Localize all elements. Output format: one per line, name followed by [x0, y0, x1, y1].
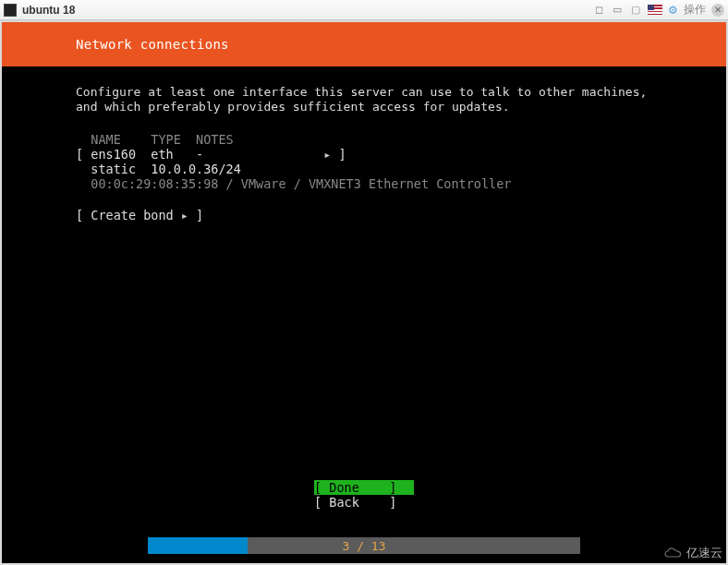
- window-title: ubuntu 18: [22, 4, 75, 17]
- interface-address: static 10.0.0.36/24: [76, 162, 652, 176]
- operations-label[interactable]: 操作: [684, 2, 706, 18]
- interface-hardware: 00:0c:29:08:35:98 / VMware / VMXNET3 Eth…: [76, 176, 652, 191]
- screen-icon[interactable]: ▭: [611, 5, 624, 16]
- interface-columns: NAME TYPE NOTES: [76, 132, 652, 147]
- chevron-right-icon: ▸: [181, 208, 188, 222]
- watermark: 亿速云: [662, 545, 722, 561]
- progress-bar: 3 / 13: [148, 537, 580, 554]
- cloud-icon: [662, 547, 683, 559]
- header-title: Network connections: [76, 37, 229, 52]
- window-icon[interactable]: ▢: [629, 5, 642, 16]
- back-button[interactable]: [ Back ]: [314, 495, 414, 510]
- vm-titlebar: ubuntu 18 ◻ ▭ ▢ ⚙ 操作 ✕: [0, 0, 728, 20]
- interface-row[interactable]: [ ens160 eth - ▸ ]: [76, 147, 652, 162]
- flag-us-icon[interactable]: [648, 5, 662, 15]
- close-icon[interactable]: ✕: [711, 4, 724, 17]
- progress-text: 3 / 13: [343, 539, 386, 553]
- chevron-right-icon: ▸: [323, 147, 331, 162]
- installer-screen: Network connections Configure at least o…: [2, 22, 726, 563]
- create-bond-button[interactable]: [ Create bond ▸ ]: [76, 208, 652, 222]
- titlebar-controls: ◻ ▭ ▢ ⚙ 操作 ✕: [592, 2, 724, 18]
- done-button[interactable]: [ Done ]: [314, 480, 414, 495]
- description-text: Configure at least one interface this se…: [76, 85, 652, 115]
- installer-header: Network connections: [2, 22, 726, 66]
- installer-body: Configure at least one interface this se…: [2, 66, 726, 222]
- action-buttons: [ Done ] [ Back ]: [2, 480, 726, 510]
- display-icon[interactable]: ◻: [592, 5, 605, 16]
- vm-console-icon: [4, 4, 17, 17]
- progress-fill: [148, 537, 248, 554]
- gear-icon[interactable]: ⚙: [668, 4, 678, 17]
